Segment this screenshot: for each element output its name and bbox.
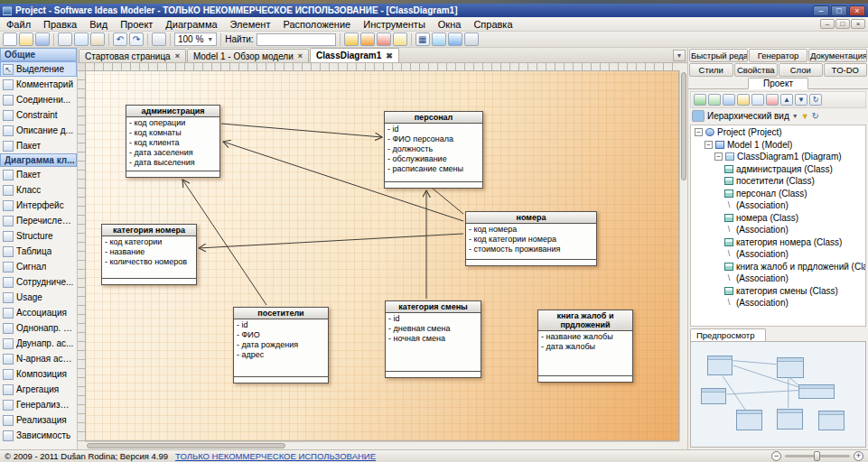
palette-item-1-9[interactable]: Ассоциация bbox=[0, 305, 77, 320]
palette-item-1-13[interactable]: Композиция bbox=[0, 366, 77, 382]
tree-expander-icon[interactable]: − bbox=[705, 141, 713, 149]
palette-section-header-1[interactable]: Диаграмма кл... bbox=[0, 153, 77, 167]
chevron-down-icon[interactable]: ▼ bbox=[792, 113, 798, 119]
uml-class-4[interactable]: посетители- id- ФИО- дата рождения- адре… bbox=[233, 307, 329, 383]
add-relation-icon[interactable] bbox=[377, 32, 391, 46]
palette-item-1-10[interactable]: Однонапр. а... bbox=[0, 320, 77, 336]
panel-tab-top-2[interactable]: Документация bbox=[808, 49, 867, 62]
menu-item-4[interactable]: Диаграмма bbox=[159, 18, 223, 31]
palette-section-header-0[interactable]: Общие bbox=[0, 48, 77, 61]
tree-item-6[interactable]: \(Association) bbox=[691, 199, 865, 212]
horizontal-scrollbar[interactable] bbox=[85, 441, 679, 449]
edit-icon[interactable] bbox=[751, 94, 764, 106]
panel-tab-second-3[interactable]: TO-DO bbox=[824, 63, 868, 77]
mdi-restore-icon[interactable]: □ bbox=[835, 19, 850, 29]
tree-item-10[interactable]: \(Association) bbox=[691, 248, 865, 261]
refresh-icon[interactable]: ↻ bbox=[812, 111, 819, 121]
tree-item-1[interactable]: −Model 1 (Model) bbox=[691, 139, 865, 152]
settings-icon[interactable] bbox=[464, 32, 479, 46]
license-link[interactable]: ТОЛЬКО НЕКОММЕРЧЕСКОЕ ИСПОЛЬЗОВАНИЕ bbox=[175, 451, 376, 461]
maximize-icon[interactable]: □ bbox=[831, 5, 847, 16]
tree-item-9[interactable]: категория номера (Class) bbox=[691, 236, 865, 249]
scrollbar-thumb[interactable] bbox=[681, 72, 686, 180]
add-element-icon[interactable] bbox=[723, 94, 735, 106]
palette-item-0-3[interactable]: Constraint bbox=[0, 107, 77, 123]
tree-item-11[interactable]: книга жалоб и прдложений (Class) bbox=[691, 261, 865, 273]
zoom-out-icon[interactable]: − bbox=[771, 451, 781, 461]
refresh-icon[interactable]: ↻ bbox=[809, 94, 822, 106]
uml-class-6[interactable]: книга жалоб и прдложений- название жалоб… bbox=[537, 310, 633, 383]
tab-preview[interactable]: Предпросмотр bbox=[690, 328, 766, 341]
cut-icon[interactable] bbox=[58, 32, 72, 46]
add-model-icon[interactable] bbox=[694, 94, 706, 106]
tree-item-8[interactable]: \(Association) bbox=[691, 224, 865, 236]
add-folder-icon[interactable] bbox=[737, 94, 750, 106]
uml-class-3[interactable]: категория номера- код категории- названи… bbox=[101, 224, 197, 285]
tree-expander-icon[interactable]: − bbox=[714, 152, 723, 161]
palette-item-1-2[interactable]: Интерфейс bbox=[0, 198, 77, 213]
tab-document-1[interactable]: Model 1 - Обзор модели× bbox=[187, 49, 309, 62]
tab-overflow-icon[interactable]: ▼ bbox=[673, 50, 686, 61]
tab-close-icon[interactable]: ✖ bbox=[386, 51, 393, 60]
menu-item-8[interactable]: Окна bbox=[432, 18, 468, 31]
diagram-canvas[interactable]: администрация- код операции- код комнаты… bbox=[85, 70, 679, 441]
tab-document-0[interactable]: Стартовая страница× bbox=[79, 49, 186, 62]
tree-item-5[interactable]: персонал (Class) bbox=[691, 188, 865, 200]
mdi-minimize-icon[interactable]: – bbox=[820, 19, 835, 29]
palette-item-1-7[interactable]: Сотрудниче... bbox=[0, 274, 77, 290]
association-line-5[interactable] bbox=[199, 234, 463, 248]
paste-icon[interactable] bbox=[90, 32, 105, 46]
delete-icon[interactable] bbox=[766, 94, 779, 106]
vertical-scrollbar[interactable] bbox=[679, 70, 687, 441]
palette-item-1-17[interactable]: Зависимость bbox=[0, 428, 77, 443]
tree-item-4[interactable]: посетители (Class) bbox=[691, 175, 865, 188]
panel-tab-top-1[interactable]: Генератор bbox=[749, 49, 807, 62]
association-line-0[interactable] bbox=[221, 124, 382, 137]
filter-icon[interactable]: ▼ bbox=[801, 112, 809, 121]
print-icon[interactable] bbox=[152, 32, 166, 46]
palette-item-1-14[interactable]: Агрегация bbox=[0, 382, 77, 397]
uml-class-2[interactable]: номера- код номера- код категории номера… bbox=[465, 211, 597, 266]
uml-class-0[interactable]: администрация- код операции- код комнаты… bbox=[126, 105, 220, 178]
tree-item-14[interactable]: \(Association) bbox=[691, 297, 865, 310]
layers-icon[interactable] bbox=[448, 32, 462, 46]
tree-item-3[interactable]: администрация (Class) bbox=[691, 163, 865, 176]
palette-item-1-5[interactable]: Таблица bbox=[0, 244, 77, 259]
diagram-minimap[interactable] bbox=[690, 341, 866, 448]
panel-tab-second-2[interactable]: Слои bbox=[779, 63, 823, 77]
palette-item-1-6[interactable]: Сигнал bbox=[0, 259, 77, 274]
menu-item-0[interactable]: Файл bbox=[0, 18, 37, 31]
move-down-icon[interactable]: ▼ bbox=[795, 94, 807, 106]
tree-item-13[interactable]: категория смены (Class) bbox=[691, 285, 865, 298]
redo-icon[interactable]: ↷ bbox=[129, 32, 144, 46]
view-mode-label[interactable]: Иерархический вид bbox=[707, 111, 789, 121]
tree-view-icon[interactable] bbox=[692, 110, 705, 122]
open-folder-icon[interactable] bbox=[19, 32, 33, 46]
tree-item-0[interactable]: −Project (Project) bbox=[691, 126, 865, 139]
new-document-icon[interactable] bbox=[3, 32, 17, 46]
panel-tab-top-0[interactable]: Быстрый редактор bbox=[689, 49, 748, 62]
menu-item-1[interactable]: Правка bbox=[37, 18, 83, 31]
uml-class-5[interactable]: категория смены- id- дневная смена- ночн… bbox=[385, 300, 481, 378]
tab-project[interactable]: Проект bbox=[748, 78, 808, 89]
minimize-icon[interactable]: – bbox=[813, 5, 829, 16]
tree-item-7[interactable]: номера (Class) bbox=[691, 212, 865, 225]
zoom-select[interactable]: 100 % ▼ bbox=[174, 32, 217, 46]
menu-item-6[interactable]: Расположение bbox=[276, 18, 357, 31]
palette-item-0-4[interactable]: Описание д... bbox=[0, 123, 77, 138]
palette-item-1-8[interactable]: Usage bbox=[0, 290, 77, 305]
tab-document-2[interactable]: ClassDiagram1✖ bbox=[310, 48, 399, 62]
palette-item-1-1[interactable]: Класс bbox=[0, 182, 77, 198]
palette-item-0-0[interactable]: ↖Выделение bbox=[0, 61, 77, 77]
tab-close-icon[interactable]: × bbox=[175, 51, 180, 60]
menu-item-5[interactable]: Элемент bbox=[224, 18, 277, 31]
palette-item-1-4[interactable]: Structure bbox=[0, 228, 77, 244]
palette-item-0-5[interactable]: Пакет bbox=[0, 138, 77, 153]
zoom-slider[interactable] bbox=[785, 455, 850, 457]
move-up-icon[interactable]: ▲ bbox=[780, 94, 793, 106]
menu-item-3[interactable]: Проект bbox=[114, 18, 159, 31]
panel-tab-second-1[interactable]: Свойства bbox=[734, 63, 779, 77]
tab-close-icon[interactable]: × bbox=[298, 51, 303, 60]
palette-item-1-12[interactable]: N-арная асс... bbox=[0, 351, 77, 366]
palette-item-1-15[interactable]: Генерализация bbox=[0, 397, 77, 412]
